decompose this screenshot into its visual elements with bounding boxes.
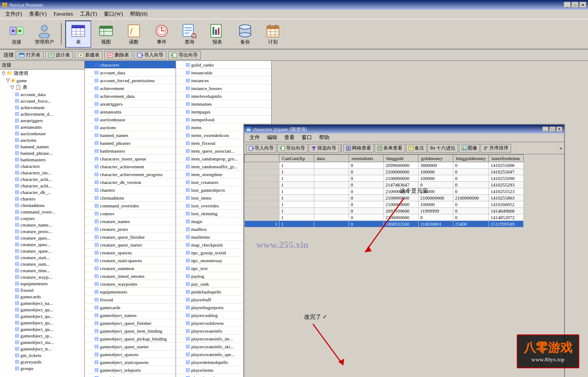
- center-item-char-achiev[interactable]: ▤ character_achievement: [85, 163, 176, 170]
- right-item-instance-bosses[interactable]: ▤ instance_bosses: [176, 84, 271, 92]
- tree-item-gamecards[interactable]: ▤ gamecards: [0, 293, 84, 300]
- table-row[interactable]: 1 0 2100000000 100000 0 1410255523: [245, 188, 524, 195]
- design-table-btn[interactable]: 设计表: [45, 51, 73, 60]
- right-item-interlevel[interactable]: ▤ interlevelupinfo: [176, 92, 271, 100]
- toolbar-function[interactable]: ƒ 函数: [121, 21, 147, 47]
- right-item-instances[interactable]: ▤ instances: [176, 77, 271, 84]
- tree-item-graveyards[interactable]: ▤ graveyards: [0, 358, 84, 365]
- table-row[interactable]: 1 0 2147483647 0 0 1410255293: [245, 182, 524, 188]
- export-wizard-btn[interactable]: 导出向导: [168, 51, 201, 60]
- tree-item-command-overr[interactable]: ▤ command_overr...: [0, 208, 84, 215]
- menu-tools[interactable]: 工具(T): [76, 10, 100, 19]
- tree-item-characters[interactable]: ▤ characters: [0, 163, 84, 169]
- db-filter-btn[interactable]: 筛选向导: [309, 144, 339, 153]
- center-item-clientaddons[interactable]: ▤ clientaddons: [85, 194, 176, 202]
- close-btn[interactable]: ✕: [579, 2, 586, 8]
- table-row[interactable]: 1 0 2100000000 100000 0 1410260052: [245, 201, 524, 208]
- db-menu-file[interactable]: 文件: [246, 133, 263, 142]
- db-form-view-btn[interactable]: 表单查看: [375, 144, 405, 153]
- db-menu-view[interactable]: 查看: [281, 133, 298, 142]
- center-item-banned-names[interactable]: ▤ banned_names: [85, 131, 176, 139]
- db-toolbar-expand[interactable]: »: [560, 145, 562, 151]
- tree-item-banned-phrases[interactable]: ▤ banned_phrase...: [0, 150, 84, 156]
- tree-item-char-db[interactable]: ▤ character_db_...: [0, 189, 84, 195]
- center-item-gamecards[interactable]: ▤ gamecards: [85, 304, 176, 311]
- db-note-btn[interactable]: 备注: [406, 144, 427, 153]
- center-item-account-data[interactable]: ▤ account_data: [85, 69, 176, 77]
- tree-item-gameobject-qu3[interactable]: ▤ gameobject_qu...: [0, 319, 84, 326]
- center-item-creature-proto[interactable]: ▤ creature_proto: [85, 225, 176, 233]
- center-item-creature-summon[interactable]: ▤ creature_summon: [85, 264, 176, 272]
- toolbar-table[interactable]: 表: [65, 20, 91, 48]
- tree-item-gameobject-na[interactable]: ▤ gameobject_na...: [0, 300, 84, 306]
- toolbar-connect[interactable]: 连接: [3, 21, 30, 47]
- center-item-go-qp[interactable]: ▤ gameobject_quest_pickup_binding: [85, 335, 176, 343]
- center-item-go-names[interactable]: ▤ gameobject_names: [85, 311, 176, 319]
- db-menu-edit[interactable]: 编辑: [263, 133, 281, 142]
- center-item-equipmentsets[interactable]: ▤ equipmentsets: [85, 288, 176, 296]
- center-item-corpses[interactable]: ▤ corpses: [85, 210, 176, 217]
- menu-file[interactable]: 文件(F): [2, 10, 26, 19]
- right-item-guild-ranks[interactable]: ▤ guild_ranks: [176, 61, 271, 69]
- tree-item-charters[interactable]: ▤ charters: [0, 195, 84, 202]
- tree-item-char-achi[interactable]: ▤ character_achi...: [0, 176, 84, 182]
- col-header-goldmoney[interactable]: goldmoney: [419, 155, 453, 162]
- tree-item-groups[interactable]: ▤ groups: [0, 365, 84, 371]
- center-item-creature-waypts[interactable]: ▤ creature_waypoints: [85, 280, 176, 288]
- minimize-btn[interactable]: _: [564, 2, 571, 8]
- col-header-binggoldmoney[interactable]: binggoldmoney: [453, 155, 489, 162]
- center-item-go-qf[interactable]: ▤ gameobject_quest_finisher: [85, 319, 176, 327]
- tree-item-gameobject-te[interactable]: ▤ gameobject_te...: [0, 345, 84, 352]
- center-item-char-db[interactable]: ▤ character_db_version: [85, 178, 176, 186]
- tree-item-creature-time[interactable]: ▤ creature_time...: [0, 267, 84, 274]
- table-row[interactable]: 1 0 2099600000 3800000 0 1410255006: [245, 162, 524, 169]
- table-row[interactable]: 1 0 2100000000 0 0 1414852072: [245, 214, 524, 221]
- center-item-account-forced[interactable]: ▤ account_forced_permissions: [85, 77, 176, 84]
- db-image-btn[interactable]: 图像: [459, 144, 480, 153]
- table-row[interactable]: 1 0 2100000000 100000 0 1410255047: [245, 169, 524, 175]
- center-item-battlemasters[interactable]: ▤ battlemasters: [85, 147, 176, 155]
- tree-item-creature-name[interactable]: ▤ creature_name...: [0, 221, 84, 228]
- db-grid-view-btn[interactable]: 网格查看: [343, 144, 374, 153]
- center-item-go-static[interactable]: ▤ gameobject_staticspawns: [85, 358, 176, 366]
- center-item-char-achiev-prog[interactable]: ▤ character_achievement_progress: [85, 170, 176, 178]
- menu-view[interactable]: 查看(V): [26, 10, 50, 19]
- center-item-go-qs[interactable]: ▤ gameobject_quest_starter: [85, 343, 176, 350]
- center-item-areatriggers[interactable]: ▤ areatriggers: [85, 100, 176, 108]
- center-item-charters[interactable]: ▤ charters: [85, 186, 176, 194]
- table-row-selected[interactable]: 1 1 0 1868933500 116036801 23400 1511999…: [245, 221, 524, 227]
- right-item-itemnames[interactable]: ▤ itemnames: [176, 100, 271, 108]
- toolbar-report[interactable]: 报表: [204, 21, 230, 47]
- col-header-lastrefresh[interactable]: lastrefreshtime: [489, 155, 524, 162]
- tree-item-creature-ques1[interactable]: ▤ creature_ques...: [0, 234, 84, 241]
- db-minimize-btn[interactable]: _: [542, 127, 548, 132]
- center-item-achievement-data[interactable]: ▤ achievement_data: [85, 92, 176, 100]
- center-item-chars-insert[interactable]: ▤ characters_insert_queue: [85, 155, 176, 163]
- center-item-command-over[interactable]: ▤ command_overrides: [85, 202, 176, 210]
- tree-db-game[interactable]: ▽ ◉ game: [0, 77, 84, 83]
- tree-item-banned-names[interactable]: ▤ banned_names: [0, 143, 84, 150]
- tree-item-creature-stati[interactable]: ▤ creature_stati...: [0, 254, 84, 260]
- center-item-auctions[interactable]: ▤ auctions: [85, 123, 176, 131]
- center-item-creature-timed[interactable]: ▤ creature_timed_emotes: [85, 272, 176, 280]
- center-item-cq-finisher[interactable]: ▤ creature_quest_finisher: [85, 233, 176, 241]
- right-item-itempetfood[interactable]: ▤ itempetfood: [176, 116, 271, 123]
- db-export-btn[interactable]: 导出向导: [277, 144, 308, 153]
- tree-item-gameobject-qu4[interactable]: ▤ gameobject_qu...: [0, 326, 84, 332]
- tree-item-creature-proto[interactable]: ▤ creature_proto...: [0, 228, 84, 234]
- center-item-arenateams[interactable]: ▤ arenateams: [85, 108, 176, 116]
- tree-item-char-achi2[interactable]: ▤ character_achi...: [0, 182, 84, 189]
- tree-item-auctionhouse[interactable]: ▤ auctionhouse: [0, 130, 84, 137]
- tree-item-achievement[interactable]: ▤ achievement: [0, 104, 84, 110]
- toolbar-backup[interactable]: 备份: [232, 21, 258, 47]
- col-header-resettalents[interactable]: resettalents: [349, 155, 384, 162]
- db-table-wrap[interactable]: CanGainXp data resettalents binggold gol…: [244, 154, 564, 377]
- right-item-instanceids[interactable]: ▤ instanceids: [176, 69, 271, 77]
- toolbar-query[interactable]: 查询: [176, 21, 203, 47]
- center-item-fixsoul[interactable]: ▤ fixsoul: [85, 296, 176, 304]
- center-item-characters[interactable]: ▤ characters: [85, 61, 176, 69]
- toolbar-manage-user[interactable]: 管理用户: [31, 21, 57, 47]
- tree-item-gameobject-sta[interactable]: ▤ gameobject_sta...: [0, 339, 84, 345]
- tree-item-gameobject-qu1[interactable]: ▤ gameobject_qu...: [0, 306, 84, 313]
- tree-item-areatriggers[interactable]: ▤ areatriggers: [0, 117, 84, 123]
